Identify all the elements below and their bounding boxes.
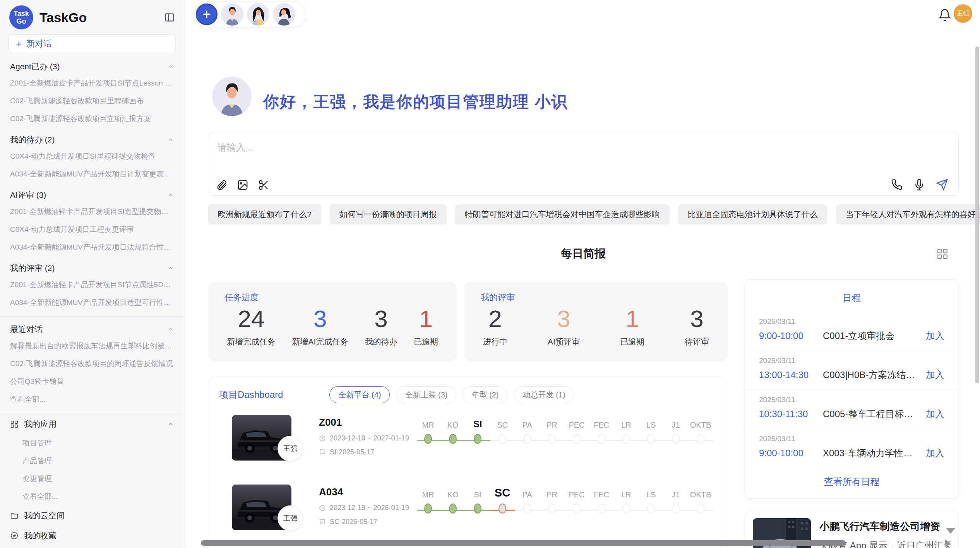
suggestion-chip[interactable]: 欧洲新规最近颁布了什么? [208,204,321,224]
sidebar-item[interactable]: A034-全新新能源MUV产品开发项目计划变更表编写 [0,165,184,183]
filter-chip-new-body[interactable]: 全新上装 (3) [396,386,456,403]
chevron-up-icon[interactable] [167,265,174,272]
scroll-right-arrow[interactable] [945,539,951,547]
event-date: 2025/03/11 [759,435,944,443]
sidebar-item[interactable]: C02-飞腾新能源轻客改款项目里程碑画布 [0,92,184,110]
milestone: KO [440,416,465,444]
divider [0,413,184,413]
dashboard-title: 项目Dashboard [219,389,283,401]
agent-avatar-3[interactable] [273,3,295,26]
layout-grid-icon[interactable] [936,248,949,260]
project-dashboard: 项目Dashboard 全新平台 (4) 全新上装 (3) 年型 (2) 动总开… [208,377,727,548]
sidebar-item[interactable]: C02-飞腾新能源轻客改款项目立项汇报方案 [0,110,184,128]
sidebar-item[interactable]: Z001-全新燃油轻卡产品开发项目SI节点属性5D文件评审 [0,276,184,294]
sidebar-item[interactable]: Z001-全新燃油皮卡产品开发项目SI节点Lesson Learn报告 [0,74,184,92]
sidebar-item[interactable]: 公司Q3轻卡销量 [0,373,184,390]
sidebar-subitem-product-mgmt[interactable]: 产品管理 [0,452,184,470]
group-header-recent-chats[interactable]: 最近对话 [0,317,184,337]
owner-badge: 王强 [278,505,303,531]
stat-my-todo: 3我的待办 [365,305,397,347]
sidebar-item-favorites[interactable]: 我的收藏 [0,526,184,546]
group-header-agent-done[interactable]: Agent已办 (3) [0,55,184,74]
join-link[interactable]: 加入 [926,447,944,459]
vertical-scrollbar[interactable] [975,46,979,383]
scissors-icon[interactable] [258,179,269,191]
chevron-up-icon[interactable] [167,421,174,428]
milestone: J1 [663,485,688,514]
suggestion-chip[interactable]: 特朗普可能对进口汽车增税会对中国车企造成哪些影响 [455,204,670,224]
sidebar-subitem-view-all[interactable]: 查看全部... [0,488,184,505]
milestone-dot [523,503,531,514]
project-row[interactable]: 王强 A034 2023-12-19 ~ 2026-01-19 SC-2025-… [232,485,716,543]
sidebar-subitem-project-mgmt[interactable]: 项目管理 [0,434,184,452]
suggestion-chip[interactable]: 如何写一份清晰的项目周报 [330,204,447,224]
join-link[interactable]: 加入 [926,408,944,420]
group-header-my-review[interactable]: 我的评审 (2) [0,256,184,276]
agent-avatar-1[interactable] [221,3,243,26]
stat-pending-review: 3待评审 [685,305,709,347]
join-link[interactable]: 加入 [926,330,944,342]
milestone-dot [647,503,655,514]
send-icon[interactable] [936,178,948,191]
filter-chip-model-year[interactable]: 年型 (2) [463,386,507,403]
image-icon[interactable] [237,179,248,191]
milestone: LR [614,416,639,444]
chevron-up-icon[interactable] [167,63,174,70]
chevron-up-icon[interactable] [167,326,174,333]
notification-bell-icon[interactable] [938,9,951,22]
sidebar-item[interactable]: A034-全新新能源MUV产品开发项目法规符合性评审 [0,238,184,256]
sidebar-item[interactable]: C0X4-动力总成开发项目工程变更评审 [0,221,184,238]
sidebar-item[interactable]: A034-全新新能源MUV产品开发项目造型可行性评审 [0,294,184,312]
milestone: PEC [564,485,589,514]
milestone: PR [540,485,564,514]
milestone: LS [639,416,663,444]
chevron-up-icon[interactable] [167,136,174,143]
sidebar-collapse-icon[interactable] [164,12,175,23]
sidebar-item-view-all[interactable]: 查看全部... [0,390,184,408]
group-header-my-todo[interactable]: 我的待办 (2) [0,128,184,147]
phone-icon[interactable] [891,179,903,190]
event-time: 13:00-14:30 [759,370,823,380]
horizontal-scrollbar[interactable] [201,540,846,546]
event-time: 9:00-10:00 [759,331,823,341]
milestone: OKTB [688,416,713,444]
filter-chip-powertrain[interactable]: 动总开发 (1) [514,386,574,403]
suggestion-chip[interactable]: 比亚迪全固态电池计划具体说了什么 [678,204,828,224]
milestone-timeline: MR KO SI SC PA PR PEC FEC LR LS J1 OKTB [416,485,716,543]
sidebar-item-my-apps[interactable]: 我的应用 [0,414,184,434]
milestone: KO [440,485,465,514]
group-header-ai-review[interactable]: AI评审 (3) [0,183,184,203]
new-chat-button[interactable]: + 新对话 [9,34,176,53]
milestone-dot [548,434,556,444]
view-all-schedule-link[interactable]: 查看所有日程 [745,476,958,488]
stat-overdue: 1已逾期 [414,305,438,347]
sidebar-item[interactable]: C0X4-动力总成开发项目SI里程碑提交物检查 [0,147,184,165]
event-date: 2025/03/11 [759,356,944,365]
add-agent-button[interactable]: + [196,3,218,25]
milestone-dot [523,434,531,444]
milestone-dot [697,503,704,514]
attachment-icon[interactable] [216,179,228,191]
sidebar-item[interactable]: C02-飞腾新能源轻客改款项目的闭环通告反馈情况 [0,355,184,373]
filter-chip-new-platform[interactable]: 全新平台 (4) [329,386,390,403]
agent-avatar-2[interactable] [247,3,269,26]
event-name: C005-整车工程目标评审 [823,408,920,420]
project-row[interactable]: 王强 Z001 2023-12-19 ~ 2027-01-19 SI-2025-… [232,415,716,473]
join-link[interactable]: 加入 [926,369,944,381]
sidebar-item[interactable]: Z001-全新燃油轻卡产品开发项目SI造型提交物评审 [0,203,184,221]
chevron-up-icon[interactable] [167,192,174,199]
schedule-item: 2025/03/11 9:00-10:00 X003-车辆动力学性能验... 加… [745,428,958,467]
sidebar-item-cloud-space[interactable]: 我的云空间 [0,505,184,526]
chat-input[interactable] [217,139,683,156]
user-avatar[interactable]: 王强 [954,4,972,23]
milestone: LS [639,485,663,514]
sidebar-item[interactable]: 解释最新出台的欧盟报废车法规再生塑料比例被调至15%... [0,337,184,355]
milestone-current-overdue: SC [490,485,515,514]
suggestion-chip[interactable]: 当下年轻人对汽车外观有怎样的喜好趋势 [836,204,980,224]
microphone-icon[interactable] [913,179,925,190]
scroll-down-arrow[interactable] [946,528,955,534]
app-title: TaskGo [39,10,164,25]
sidebar-subitem-change-mgmt[interactable]: 变更管理 [0,470,184,488]
milestone-dot [449,503,457,514]
project-info: A034 2023-12-19 ~ 2026-01-19 SC-2025-05-… [319,485,416,543]
